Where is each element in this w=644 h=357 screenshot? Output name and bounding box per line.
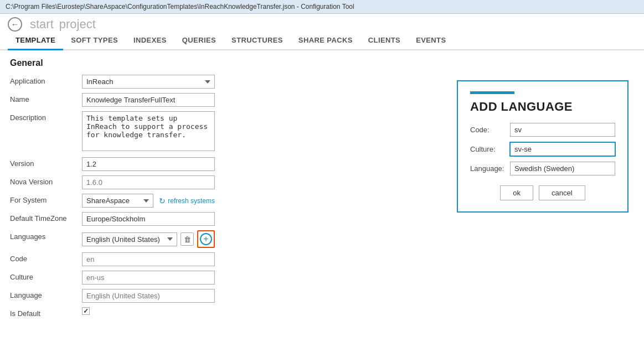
language-row: Language: [10, 289, 446, 303]
checkmark-icon: ✓: [83, 307, 89, 315]
tab-clients[interactable]: CLIENTS: [360, 32, 408, 50]
panel-accent-bar: [470, 91, 514, 94]
main-content: General Application InReach ShareAspace …: [0, 50, 644, 346]
code-label: Code: [10, 252, 82, 263]
timezone-input[interactable]: [82, 212, 215, 226]
panel-culture-input[interactable]: [510, 142, 615, 156]
timezone-control: [82, 212, 215, 226]
languages-control: English (United States) Swedish (Sweden)…: [82, 230, 215, 248]
back-button[interactable]: ←: [8, 17, 22, 32]
nova-version-label: Nova Version: [10, 175, 82, 186]
tab-share-packs[interactable]: SHARE PACKS: [291, 32, 360, 50]
description-row: Description This template sets up InReac…: [10, 111, 446, 153]
add-language-button[interactable]: +: [197, 230, 215, 248]
application-row: Application InReach ShareAspace: [10, 75, 446, 89]
culture-row: Culture: [10, 271, 446, 284]
culture-label: Culture: [10, 271, 82, 281]
tabs-bar: TEMPLATE SOFT TYPES INDEXES QUERIES STRU…: [0, 32, 644, 50]
culture-input[interactable]: [82, 271, 215, 284]
languages-row: Languages English (United States) Swedis…: [10, 230, 446, 248]
refresh-label: refresh systems: [168, 197, 215, 205]
section-title: General: [10, 58, 446, 68]
panel-cancel-button[interactable]: cancel: [539, 185, 585, 200]
language-label: Language: [10, 289, 82, 299]
code-row: Code: [10, 252, 446, 266]
panel-ok-button[interactable]: ok: [500, 185, 533, 200]
title-bar: C:\Program Files\Eurostep\ShareAspace\Co…: [0, 0, 644, 14]
name-control: [82, 93, 215, 107]
refresh-icon: ↻: [159, 196, 166, 205]
panel-language-input[interactable]: [510, 162, 615, 175]
for-system-row: For System ShareAspace ↻ refresh systems: [10, 194, 446, 208]
application-label: Application: [10, 75, 82, 85]
nova-version-input[interactable]: [82, 175, 215, 189]
is-default-checkbox[interactable]: ✓: [82, 307, 90, 315]
culture-control: [82, 271, 215, 284]
panel-language-row: Language:: [470, 162, 615, 175]
tab-soft-types[interactable]: SOFT TYPES: [63, 32, 126, 50]
panel-code-label: Code:: [470, 126, 510, 134]
version-label: Version: [10, 157, 82, 168]
application-control: InReach ShareAspace: [82, 75, 215, 89]
for-system-control: ShareAspace ↻ refresh systems: [82, 194, 215, 208]
add-circle-icon: +: [200, 233, 212, 245]
nav-start-label: start: [30, 17, 54, 32]
panel-title: ADD LANGUAGE: [470, 100, 615, 114]
panel-culture-row: Culture:: [470, 142, 615, 156]
nova-version-control: [82, 175, 215, 189]
panel-code-row: Code:: [470, 123, 615, 137]
delete-language-button[interactable]: 🗑: [181, 232, 194, 246]
is-default-label: Is Default: [10, 307, 82, 318]
panel-buttons: ok cancel: [470, 185, 615, 200]
version-input[interactable]: [82, 157, 215, 171]
add-language-panel: ADD LANGUAGE Code: Culture: Language: ok…: [457, 80, 628, 213]
description-control: This template sets up InReach to support…: [82, 111, 215, 153]
panel-code-input[interactable]: [510, 123, 615, 137]
tab-structures[interactable]: STRUCTURES: [224, 32, 291, 50]
code-input[interactable]: [82, 252, 215, 266]
timezone-label: Default TimeZone: [10, 212, 82, 223]
is-default-control: ✓: [82, 307, 215, 315]
name-label: Name: [10, 93, 82, 104]
form-area: General Application InReach ShareAspace …: [10, 58, 446, 339]
description-label: Description: [10, 111, 82, 122]
tab-events[interactable]: EVENTS: [408, 32, 454, 50]
is-default-row: Is Default ✓: [10, 307, 446, 318]
description-textarea[interactable]: This template sets up InReach to support…: [82, 111, 215, 151]
version-row: Version: [10, 157, 446, 171]
code-control: [82, 252, 215, 266]
version-control: [82, 157, 215, 171]
for-system-select[interactable]: ShareAspace: [82, 194, 153, 208]
tab-template[interactable]: TEMPLATE: [8, 32, 63, 50]
nav-project-label: project: [59, 17, 96, 32]
title-bar-text: C:\Program Files\Eurostep\ShareAspace\Co…: [6, 3, 354, 11]
timezone-row: Default TimeZone: [10, 212, 446, 226]
languages-select[interactable]: English (United States) Swedish (Sweden): [82, 232, 177, 246]
panel-language-label: Language:: [470, 164, 510, 173]
panel-culture-label: Culture:: [470, 145, 510, 153]
tab-queries[interactable]: QUERIES: [174, 32, 224, 50]
name-row: Name: [10, 93, 446, 107]
refresh-button[interactable]: ↻ refresh systems: [159, 196, 215, 205]
application-select[interactable]: InReach ShareAspace: [82, 75, 215, 89]
name-input[interactable]: [82, 93, 215, 107]
delete-icon: 🗑: [184, 235, 191, 244]
tab-indexes[interactable]: INDEXES: [126, 32, 174, 50]
language-input[interactable]: [82, 289, 215, 303]
for-system-label: For System: [10, 194, 82, 204]
language-control: [82, 289, 215, 303]
nova-version-row: Nova Version: [10, 175, 446, 189]
languages-label: Languages: [10, 230, 82, 241]
back-icon: ←: [11, 20, 19, 29]
